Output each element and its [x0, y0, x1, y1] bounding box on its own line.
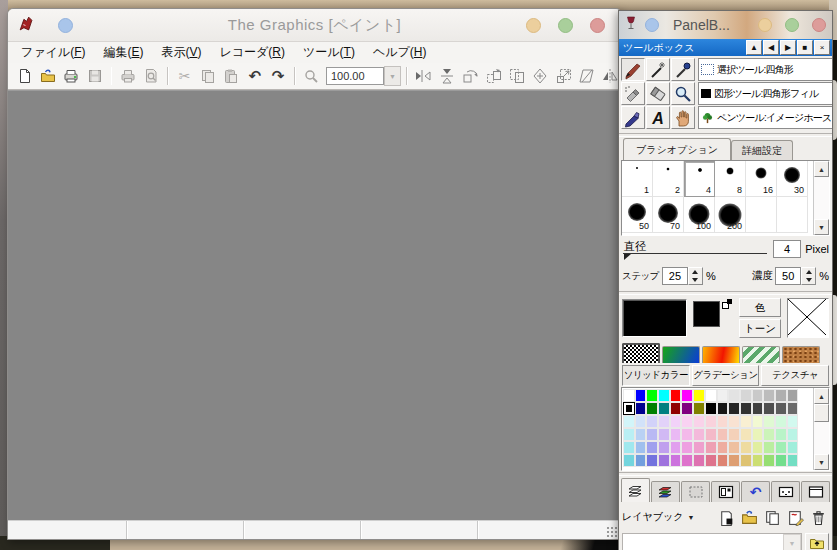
scroll-down-icon[interactable]: ▼ — [814, 454, 829, 470]
step-up-button[interactable] — [689, 268, 702, 276]
palette-color[interactable] — [728, 428, 740, 441]
palette-color[interactable] — [693, 415, 705, 428]
panel-maximize-button[interactable] — [785, 18, 799, 32]
tab-brush-options[interactable]: ブラシオプション — [623, 138, 731, 160]
pattern-tab-stripe[interactable] — [742, 346, 780, 363]
palette-color[interactable] — [705, 389, 717, 402]
palette-color[interactable] — [717, 428, 729, 441]
brush-tool-button[interactable] — [621, 58, 645, 81]
palette-color[interactable] — [635, 441, 647, 454]
maximize-button[interactable] — [558, 18, 573, 33]
rotate-copy-button[interactable] — [483, 64, 504, 88]
copy-button[interactable] — [197, 64, 218, 88]
palette-color[interactable] — [635, 402, 647, 415]
palette-color[interactable] — [763, 415, 775, 428]
palette-color[interactable] — [752, 428, 764, 441]
tab-selection[interactable] — [681, 481, 710, 502]
palette-color[interactable] — [775, 454, 787, 467]
palette-color[interactable] — [705, 415, 717, 428]
palette-color[interactable] — [740, 402, 752, 415]
palette-color[interactable] — [763, 389, 775, 402]
palette-color[interactable] — [787, 402, 799, 415]
palette-color[interactable] — [775, 441, 787, 454]
palette-color[interactable] — [705, 428, 717, 441]
scroll-down-icon[interactable]: ▼ — [814, 219, 829, 235]
palette-color[interactable] — [623, 441, 635, 454]
palette-color[interactable] — [670, 428, 682, 441]
palette-color[interactable] — [670, 454, 682, 467]
brush-size-30[interactable]: 30 — [777, 161, 808, 197]
palette-color[interactable] — [717, 389, 729, 402]
palette-color[interactable] — [775, 415, 787, 428]
palette-color[interactable] — [728, 454, 740, 467]
palette-color[interactable] — [658, 415, 670, 428]
palette-color[interactable] — [693, 454, 705, 467]
palette-color[interactable] — [658, 402, 670, 415]
print-button[interactable] — [117, 64, 138, 88]
palette-color[interactable] — [740, 389, 752, 402]
undo-button[interactable]: ↶ — [244, 64, 265, 88]
paint-applicator-tool-button[interactable] — [621, 106, 645, 129]
palette-color[interactable] — [728, 389, 740, 402]
foreground-color-swatch[interactable] — [693, 301, 720, 327]
skew-button[interactable] — [576, 64, 597, 88]
palette-color[interactable] — [752, 454, 764, 467]
paste-button[interactable] — [221, 64, 242, 88]
palette-color[interactable] — [728, 415, 740, 428]
brush-scrollbar[interactable]: ▲ ▼ — [813, 161, 829, 235]
toolbox-left-button[interactable]: ◀ — [763, 40, 779, 55]
brush-size-70[interactable]: 70 — [653, 197, 684, 233]
menu-file[interactable]: ファイル(F) — [12, 42, 94, 63]
menu-tools[interactable]: ツール(T) — [294, 42, 364, 63]
new-document-button[interactable] — [14, 64, 35, 88]
color-button[interactable]: 色 — [739, 298, 781, 317]
gradation-button[interactable]: グラデーション — [692, 365, 760, 386]
palette-color[interactable] — [740, 454, 752, 467]
brush-size-1[interactable]: 1 — [622, 161, 653, 197]
flip-horizontal-button[interactable] — [413, 64, 434, 88]
palette-color[interactable] — [787, 441, 799, 454]
palette-color[interactable] — [670, 402, 682, 415]
save-button[interactable] — [84, 64, 105, 88]
palette-color[interactable] — [740, 415, 752, 428]
toolbox-right-button[interactable]: ▶ — [780, 40, 796, 55]
brush-size-200[interactable]: 200 — [715, 197, 746, 233]
palette-color[interactable] — [752, 441, 764, 454]
toolbox-dock-button[interactable]: ■ — [797, 40, 813, 55]
menu-edit[interactable]: 編集(E) — [94, 42, 152, 63]
brush-size-100[interactable]: 100 — [684, 197, 715, 233]
parent-folder-button[interactable] — [805, 533, 829, 550]
palette-color[interactable] — [717, 415, 729, 428]
palette-color[interactable] — [681, 454, 693, 467]
palette-color[interactable] — [646, 389, 658, 402]
pen-tool-dropdown[interactable]: ペンツール:イメージホース — [698, 106, 833, 129]
toolbox-header[interactable]: ツールボックス ▲ ◀ ▶ ■ × — [619, 39, 832, 56]
delete-layer-button[interactable] — [808, 507, 829, 528]
palette-color[interactable] — [787, 415, 799, 428]
redo-button[interactable]: ↷ — [267, 64, 288, 88]
palette-color[interactable] — [693, 402, 705, 415]
toolbox-collapse-button[interactable]: ▲ — [746, 40, 762, 55]
tab-layers-color[interactable] — [651, 481, 680, 502]
diameter-value-field[interactable]: 4 — [773, 240, 801, 258]
palette-color[interactable] — [646, 415, 658, 428]
title-bar[interactable]: The Graphics [ペイント] — [8, 9, 621, 42]
tab-detail-settings[interactable]: 詳細設定 — [731, 140, 793, 160]
menu-view[interactable]: 表示(V) — [152, 42, 210, 63]
panel-window-menu-button[interactable] — [645, 18, 659, 32]
palette-color[interactable] — [635, 454, 647, 467]
step-value-field[interactable]: 25 — [662, 267, 688, 285]
palette-color[interactable] — [717, 441, 729, 454]
palette-color[interactable] — [740, 428, 752, 441]
brush-size-4[interactable]: 4 — [684, 161, 715, 197]
palette-color[interactable] — [681, 415, 693, 428]
palette-color[interactable] — [623, 454, 635, 467]
brush-size-8[interactable]: 8 — [715, 161, 746, 197]
density-down-button[interactable] — [802, 276, 815, 284]
layer-properties-button[interactable] — [785, 507, 806, 528]
foreground-background-swatches[interactable] — [693, 299, 733, 337]
selection-tool-dropdown[interactable]: 選択ツール:四角形 — [698, 58, 833, 81]
magnifier-tool-button[interactable] — [671, 82, 695, 105]
palette-color[interactable] — [681, 402, 693, 415]
brush-size-16[interactable]: 16 — [746, 161, 777, 197]
